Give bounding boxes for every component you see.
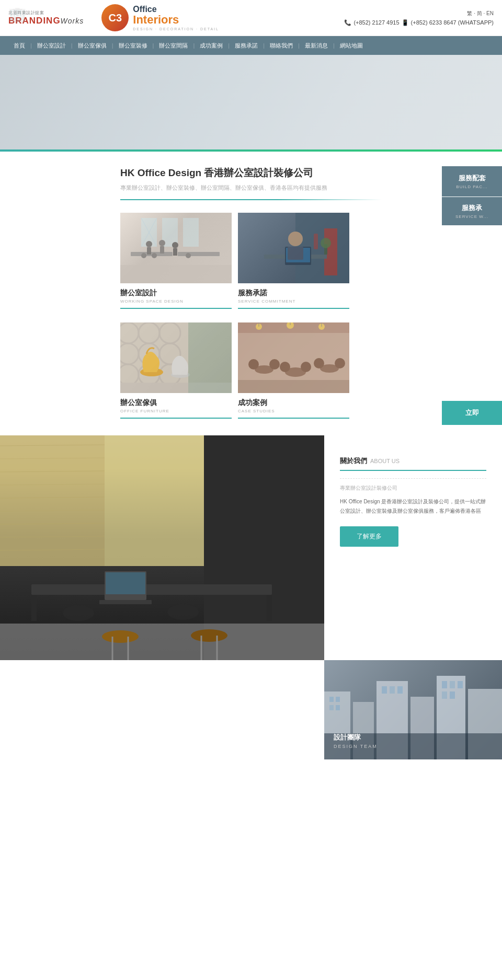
about-label-zh: 關於我們 (340, 456, 367, 466)
phone1-contact: 📞 (+852) 2127 4915 📱 (+852) 6233 8647 (W… (344, 19, 494, 26)
svg-rect-98 (390, 686, 395, 694)
service-card-working-space[interactable]: 辦公室設計 WORKING SPACE DESIGN (120, 213, 238, 315)
teal-action-button[interactable]: 立即 (442, 401, 502, 425)
svg-rect-97 (382, 686, 387, 694)
svg-rect-59 (0, 435, 105, 566)
service-card-furniture[interactable]: 辦公室傢俱 OFFICE FURNITURE (120, 322, 238, 425)
svg-point-52 (248, 359, 259, 370)
svg-rect-16 (173, 248, 177, 256)
svg-rect-0 (120, 265, 232, 283)
service-img-working-space (120, 213, 232, 283)
svg-point-81 (102, 630, 139, 643)
c3-circle-icon: C3 (101, 4, 129, 31)
header-right: 繁 · 简 · EN 📞 (+852) 2127 4915 📱 (+852) 6… (344, 10, 494, 26)
service-img-commitment (238, 213, 349, 283)
about-panel: 關於我們 ABOUT US 專業辦公室設計裝修公司 HK Office Desi… (324, 435, 502, 660)
nav-item-furniture[interactable]: 辦公室傢俱 (73, 36, 112, 55)
nav-item-cases[interactable]: 成功案例 (195, 36, 228, 55)
nav-item-sitemap[interactable]: 網站地圖 (335, 36, 368, 55)
svg-point-3 (141, 253, 146, 258)
about-bg-image (0, 435, 324, 660)
c3-tagline-text: DESIGN · DECORATION · DETAIL (133, 27, 219, 31)
nav-item-partition[interactable]: 辦公室間隔 (154, 36, 193, 55)
lang-switcher[interactable]: 繁 · 简 · EN (467, 10, 494, 17)
about-description: 專業辦公室設計裝修公司 (340, 484, 486, 492)
svg-rect-104 (450, 691, 455, 699)
c3-logo: C3 Office Interiors DESIGN · DECORATION … (101, 4, 219, 31)
services-row-2: 辦公室傢俱 OFFICE FURNITURE (0, 315, 502, 435)
design-team-left (0, 660, 324, 759)
svg-rect-12 (147, 247, 151, 255)
phone-icon-2: 📱 (402, 19, 409, 26)
service-name-en-1: WORKING SPACE DESIGN (120, 299, 232, 304)
svg-rect-93 (329, 697, 334, 702)
design-team-text: 設計團隊 DESIGN TEAM (334, 733, 378, 749)
branding-works-text: Works (61, 17, 84, 25)
svg-rect-102 (458, 681, 463, 688)
svg-point-15 (172, 242, 178, 248)
svg-rect-96 (336, 705, 340, 710)
svg-rect-76 (106, 572, 145, 594)
service-img-case-studies (238, 322, 349, 393)
svg-rect-99 (397, 686, 403, 694)
phone2-text: (+852) 6233 8647 (WHATSAPP) (411, 19, 494, 26)
svg-point-11 (146, 241, 152, 247)
site-header: 北靈商業設計提案 BRANDING Works 🏢 C3 Office Inte… (0, 0, 502, 36)
about-deco-line (340, 478, 486, 479)
svg-point-53 (269, 359, 280, 370)
svg-rect-74 (267, 595, 272, 621)
svg-point-57 (335, 358, 345, 368)
build-pack-en: BUILD PAC... (447, 185, 497, 189)
svg-point-25 (321, 238, 331, 248)
svg-rect-2 (178, 252, 220, 256)
nav-item-service[interactable]: 服務承諾 (230, 36, 263, 55)
section-divider (120, 199, 382, 200)
main-content: HK Office Design 香港辦公室設計裝修公司 專業辦公室設計、辦公室… (0, 152, 502, 759)
page-subtitle: 專業辦公室設計、辦公室裝修、辦公室間隔、辦公室傢俱、香港各區均有提供服務 (120, 184, 382, 192)
svg-rect-23 (288, 247, 303, 260)
svg-rect-14 (160, 246, 164, 253)
service-img-furniture (120, 322, 232, 393)
nav-item-design[interactable]: 辦公室設計 (32, 36, 71, 55)
about-text: HK Office Design 是香港辦公室設計及裝修公司，提供一站式辦公室設… (340, 497, 486, 516)
page-title: HK Office Design 香港辦公室設計裝修公司 (120, 166, 382, 180)
service-name-en-2: SERVICE COMMITMENT (238, 299, 349, 304)
service-underline-3 (120, 418, 232, 419)
phone-icon-1: 📞 (344, 19, 351, 26)
svg-rect-101 (450, 681, 455, 688)
nav-item-home[interactable]: 首頁 (8, 36, 30, 55)
svg-point-22 (288, 232, 303, 246)
about-more-button[interactable]: 了解更多 (340, 526, 398, 547)
svg-point-56 (314, 358, 324, 368)
svg-rect-80 (0, 624, 324, 660)
service-card-commitment[interactable]: 服務承諾 SERVICE COMMITMENT (238, 213, 356, 315)
svg-point-13 (159, 240, 165, 246)
service-underline-1 (120, 308, 232, 309)
svg-rect-103 (442, 691, 447, 699)
service-card-case-studies[interactable]: 成功案例 CASE STUDIES (238, 322, 356, 425)
svg-rect-77 (99, 600, 152, 604)
building-icon: 🏢 (8, 6, 27, 23)
services-row-1: 辦公室設計 WORKING SPACE DESIGN (0, 205, 502, 315)
service-name-zh-1: 辦公室設計 (120, 289, 232, 298)
svg-point-5 (186, 253, 191, 258)
nav-item-renovation[interactable]: 辦公室裝修 (113, 36, 153, 55)
service-name-en-3: OFFICE FURNITURE (120, 409, 232, 413)
service-underline-2 (238, 308, 349, 309)
svg-rect-95 (329, 705, 334, 710)
build-pack-zh: 服務配套 (447, 174, 497, 183)
hero-banner (0, 55, 502, 152)
branding-logo: 北靈商業設計提案 BRANDING Works 🏢 C3 Office Inte… (8, 4, 219, 31)
svg-point-79 (167, 604, 199, 620)
svg-point-4 (152, 253, 157, 258)
service-name-zh-4: 成功案例 (238, 398, 349, 408)
svg-rect-8 (183, 218, 199, 247)
svg-rect-1 (131, 252, 173, 256)
c3-interiors-text: Interiors (133, 14, 219, 26)
build-pack-panel[interactable]: 服務配套 BUILD PAC... (442, 166, 502, 197)
service-name-en-4: CASE STUDIES (238, 409, 349, 413)
svg-point-55 (301, 362, 311, 372)
nav-item-contact[interactable]: 聯絡我們 (265, 36, 298, 55)
nav-item-news[interactable]: 最新消息 (300, 36, 333, 55)
svg-rect-72 (31, 584, 272, 595)
